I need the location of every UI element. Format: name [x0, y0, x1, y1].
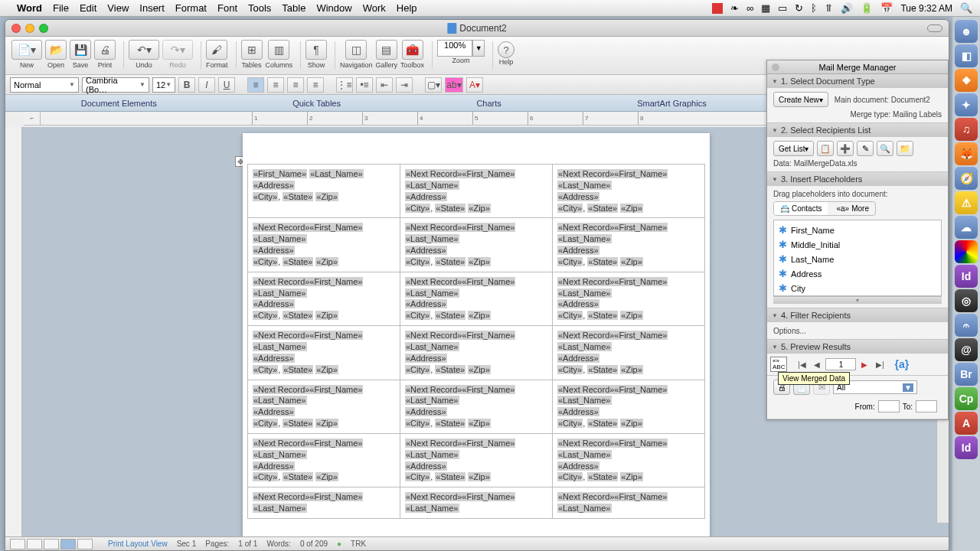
record-number-input[interactable]	[825, 358, 856, 370]
battery-icon[interactable]: 🔋	[861, 2, 873, 14]
dock-app-icon[interactable]: Cp	[955, 387, 978, 410]
dock-app-icon[interactable]: 𝄐	[955, 314, 978, 337]
window-close-button[interactable]	[11, 24, 21, 33]
menu-table[interactable]: Table	[282, 2, 305, 14]
dock-app-icon[interactable]: ⚠	[955, 191, 978, 214]
dock-safari-icon[interactable]: 🧭	[955, 167, 978, 190]
navigation-button[interactable]: ◫Navigation	[340, 40, 373, 69]
align-right-button[interactable]: ≡	[287, 77, 304, 93]
spotlight-icon[interactable]: 🔍	[960, 2, 972, 14]
menu-clock[interactable]: Tue 9:32 AM	[900, 3, 952, 14]
print-button[interactable]: 🖨Print	[94, 40, 116, 69]
dock-app-icon[interactable]: ◎	[955, 289, 978, 312]
style-combo[interactable]: Normal▼	[10, 77, 79, 93]
label-cell[interactable]: «Next Record»«First_Name»«Last_Name»«Add…	[400, 272, 553, 325]
menu-window[interactable]: Window	[316, 2, 351, 14]
label-cell[interactable]: «Next Record»«First_Name»«Last_Name»«Add…	[248, 380, 400, 433]
highlight-button[interactable]: ab▾	[445, 77, 463, 93]
label-cell[interactable]: «Next Record»«First_Name»«Last_Name»«Add…	[248, 272, 400, 325]
get-list-button[interactable]: Get List ▾	[773, 141, 814, 156]
numbered-list-button[interactable]: ⋮≡	[336, 77, 353, 93]
tab-selector[interactable]: ⌐	[24, 112, 41, 125]
publishing-view-button[interactable]	[44, 539, 59, 549]
font-combo[interactable]: Cambria (Bo…▼	[82, 77, 149, 93]
record-indicator-icon[interactable]	[712, 3, 723, 14]
display-icon[interactable]: ▭	[778, 2, 787, 14]
options-link[interactable]: Options...	[773, 327, 806, 335]
grid-icon[interactable]: ▦	[761, 2, 770, 14]
increase-indent-button[interactable]: ⇥	[396, 77, 413, 93]
label-cell[interactable]: «Next Record»«First_Name»«Last_Name»«Add…	[553, 272, 705, 325]
menu-view[interactable]: View	[107, 2, 129, 14]
tab-smartart[interactable]: SmartArt Graphics	[625, 96, 718, 110]
menu-file[interactable]: File	[53, 2, 69, 14]
mm-sec5-header[interactable]: ▼5. Preview Results	[767, 340, 948, 354]
to-input[interactable]	[916, 400, 937, 412]
redo-button[interactable]: ↷▾Redo	[162, 40, 193, 69]
show-button[interactable]: ¶Show	[305, 40, 327, 69]
placeholder-item[interactable]: ✱Address	[774, 266, 941, 281]
open-button[interactable]: 📂Open	[45, 40, 67, 69]
menu-work[interactable]: Work	[363, 2, 386, 14]
mm-sec1-header[interactable]: ▼1. Select Document Type	[767, 74, 948, 88]
document-page[interactable]: «First_Name» «Last_Name»«Address»«City»,…	[243, 133, 710, 536]
mm-sec4-header[interactable]: ▼4. Filter Recipients	[767, 308, 948, 322]
dock-app-icon[interactable]: ♫	[955, 118, 978, 141]
help-button[interactable]: ?Help	[498, 40, 514, 66]
zoom-control[interactable]: 100%▼ Zoom	[437, 40, 485, 64]
bullet-list-button[interactable]: •≡	[356, 77, 373, 93]
dock-finder-icon[interactable]: ☻	[955, 20, 978, 43]
new-button[interactable]: 📄▾New	[11, 40, 42, 69]
mm-sec2-header[interactable]: ▼2. Select Recipients List	[767, 123, 948, 137]
menu-format[interactable]: Format	[175, 2, 207, 14]
columns-button[interactable]: ▥Columns	[266, 40, 293, 69]
tab-charts[interactable]: Charts	[464, 96, 513, 110]
format-painter-button[interactable]: 🖌Format	[206, 40, 228, 69]
draft-view-button[interactable]	[10, 539, 25, 549]
mm-panel-titlebar[interactable]: Mail Merge Manager	[767, 60, 948, 74]
sync-icon[interactable]: ∞	[746, 2, 753, 14]
label-cell[interactable]: «Next Record»«First_Name»«Last_Name»«Add…	[248, 218, 400, 272]
track-changes-indicator[interactable]: TRK	[351, 540, 366, 548]
braces-icon[interactable]: {a}	[894, 358, 909, 370]
menu-tools[interactable]: Tools	[248, 2, 271, 14]
justify-button[interactable]: ≡	[307, 77, 324, 93]
next-record-button[interactable]: ▶	[858, 357, 871, 371]
font-color-button[interactable]: A▾	[466, 77, 483, 93]
label-cell[interactable]: «Next Record»«First_Name»«Last_Name»«Add…	[248, 433, 400, 487]
expand-list-button[interactable]: ▼	[773, 296, 942, 304]
label-cell[interactable]: «Next Record»«First_Name»«Last_Name»«Add…	[400, 326, 553, 380]
label-cell[interactable]: «Next Record»«First_Name»«Last_Name»	[400, 487, 553, 519]
label-cell[interactable]: «Next Record»«First_Name»«Last_Name»«Add…	[553, 326, 705, 380]
border-button[interactable]: ▢▾	[425, 77, 442, 93]
menu-help[interactable]: Help	[397, 2, 417, 14]
edit-record-button[interactable]: ✎	[857, 141, 874, 156]
save-button[interactable]: 💾Save	[70, 40, 91, 69]
view-merged-data-button[interactable]: «»ABC	[770, 357, 787, 372]
from-input[interactable]	[878, 400, 900, 412]
fill-button[interactable]: 📁	[897, 141, 913, 156]
find-record-button[interactable]: 🔍	[877, 141, 893, 156]
menu-edit[interactable]: Edit	[80, 2, 96, 14]
label-cell[interactable]: «Next Record»«First_Name»«Last_Name»	[248, 487, 400, 519]
label-cell[interactable]: «Next Record»«First_Name»«Last_Name»«Add…	[553, 433, 705, 487]
vertical-ruler[interactable]	[5, 127, 22, 536]
dock-app-icon[interactable]: ☁	[955, 216, 978, 239]
notebook-view-button[interactable]	[77, 539, 93, 549]
tab-quick-tables[interactable]: Quick Tables	[280, 96, 353, 110]
outline-view-button[interactable]	[27, 539, 42, 549]
placeholder-item[interactable]: ✱City	[774, 281, 941, 295]
label-cell[interactable]: «Next Record»«First_Name»«Last_Name»«Add…	[553, 380, 705, 433]
window-minimize-button[interactable]	[25, 24, 34, 33]
toolbar-toggle-button[interactable]	[927, 24, 942, 32]
dock-firefox-icon[interactable]: 🦊	[955, 142, 978, 165]
align-center-button[interactable]: ≡	[267, 77, 284, 93]
mm-close-button[interactable]	[772, 64, 779, 71]
more-tab[interactable]: «a» More	[830, 202, 874, 215]
decrease-indent-button[interactable]: ⇤	[376, 77, 393, 93]
first-record-button[interactable]: |◀	[795, 357, 808, 371]
label-cell[interactable]: «Next Record»«First_Name»«Last_Name»«Add…	[553, 165, 705, 218]
edit-list-button[interactable]: 📋	[817, 141, 834, 156]
bold-button[interactable]: B	[178, 77, 195, 93]
label-cell[interactable]: «Next Record»«First_Name»«Last_Name»«Add…	[248, 326, 400, 380]
